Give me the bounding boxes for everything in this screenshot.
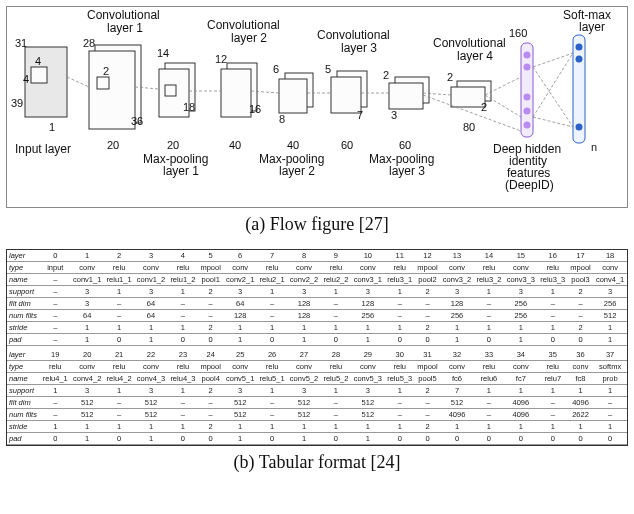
- svg-text:2: 2: [481, 101, 487, 113]
- table-row: filt dim–3–64––64–128–128––128–256––256: [7, 298, 627, 310]
- table-row: pad0101001010100000000: [7, 433, 627, 445]
- svg-text:layer 2: layer 2: [231, 31, 267, 45]
- svg-text:layer 1: layer 1: [163, 164, 199, 178]
- svg-text:39: 39: [11, 97, 23, 109]
- svg-text:layer 3: layer 3: [341, 41, 377, 55]
- svg-text:Convolutional: Convolutional: [207, 18, 280, 32]
- svg-text:Convolutional: Convolutional: [433, 36, 506, 50]
- svg-line-86: [485, 95, 521, 117]
- svg-rect-26: [221, 69, 251, 117]
- svg-rect-54: [451, 87, 485, 107]
- svg-rect-9: [89, 51, 135, 129]
- svg-point-73: [576, 56, 583, 63]
- table-row: stride1111121111112111111: [7, 421, 627, 433]
- table-row: name–conv1_1relu1_1conv1_2relu1_2pool1co…: [7, 274, 627, 286]
- table-row: typereluconvreluconvrelumpoolconvrelucon…: [7, 361, 627, 373]
- table-row: num filts–64–64––128–128–256––256–256––5…: [7, 310, 627, 322]
- svg-text:4: 4: [23, 73, 29, 85]
- table-row: namerelu4_1conv4_2relu4_2conv4_3relu4_3p…: [7, 373, 627, 385]
- svg-point-64: [524, 108, 531, 115]
- svg-point-63: [524, 94, 531, 101]
- svg-rect-33: [279, 79, 307, 113]
- svg-text:Convolutional: Convolutional: [87, 8, 160, 22]
- svg-text:layer: layer: [579, 20, 605, 34]
- svg-line-90: [533, 53, 573, 117]
- svg-rect-1: [31, 67, 47, 83]
- svg-text:4: 4: [35, 55, 41, 67]
- svg-text:layer 1: layer 1: [107, 21, 143, 35]
- table-row: support–313123131312313123: [7, 286, 627, 298]
- table-row: support1313123131312711111: [7, 385, 627, 397]
- svg-text:8: 8: [279, 113, 285, 125]
- caption-a: (a) Flow figure [27]: [4, 214, 630, 235]
- caption-b: (b) Tabular format [24]: [4, 452, 630, 473]
- svg-rect-40: [331, 77, 361, 113]
- table-row: pad–101001010100101001: [7, 334, 627, 346]
- table-row: layer0123456789101112131415161718: [7, 250, 627, 262]
- flow-figure-panel: .d{stroke:#888;stroke-width:0.8;stroke-d…: [6, 6, 628, 208]
- table-row: stride–111121111112111121: [7, 322, 627, 334]
- table-row: typeinputconvreluconvrelumpoolconvreluco…: [7, 262, 627, 274]
- svg-text:layer 4: layer 4: [457, 49, 493, 63]
- table-row: num filts–512–512––512–512–512––4096–409…: [7, 409, 627, 421]
- table-row: layer19202122232425262728293031323334353…: [7, 349, 627, 361]
- svg-text:20: 20: [167, 139, 179, 151]
- svg-rect-19: [165, 85, 176, 96]
- svg-text:3: 3: [391, 109, 397, 121]
- svg-text:1: 1: [49, 121, 55, 133]
- table-panel: layer0123456789101112131415161718typeinp…: [6, 249, 628, 446]
- svg-text:80: 80: [463, 121, 475, 133]
- svg-point-74: [576, 124, 583, 131]
- svg-text:14: 14: [157, 47, 169, 59]
- svg-text:16: 16: [249, 103, 261, 115]
- svg-point-61: [524, 52, 531, 59]
- svg-text:n: n: [591, 141, 597, 153]
- network-diagram: .d{stroke:#888;stroke-width:0.8;stroke-d…: [7, 7, 628, 207]
- architecture-table: layer0123456789101112131415161718typeinp…: [7, 250, 627, 445]
- svg-text:160: 160: [509, 27, 527, 39]
- svg-text:2: 2: [103, 65, 109, 77]
- svg-text:2: 2: [383, 69, 389, 81]
- svg-text:7: 7: [357, 109, 363, 121]
- svg-text:12: 12: [215, 53, 227, 65]
- svg-text:31: 31: [15, 37, 27, 49]
- svg-text:20: 20: [107, 139, 119, 151]
- svg-text:18: 18: [183, 101, 195, 113]
- svg-line-88: [533, 53, 573, 67]
- svg-point-65: [524, 122, 531, 129]
- svg-text:28: 28: [83, 37, 95, 49]
- svg-text:Input layer: Input layer: [15, 142, 71, 156]
- svg-text:6: 6: [273, 63, 279, 75]
- svg-text:layer 3: layer 3: [389, 164, 425, 178]
- table-row: filt dim–512–512––512–512–512––512–4096–…: [7, 397, 627, 409]
- svg-text:40: 40: [287, 139, 299, 151]
- svg-text:5: 5: [325, 63, 331, 75]
- svg-text:36: 36: [131, 115, 143, 127]
- svg-text:40: 40: [229, 139, 241, 151]
- svg-text:2: 2: [447, 71, 453, 83]
- svg-rect-47: [389, 83, 423, 109]
- svg-text:60: 60: [399, 139, 411, 151]
- svg-point-72: [576, 44, 583, 51]
- svg-line-89: [533, 67, 573, 127]
- svg-text:(DeepID): (DeepID): [505, 178, 554, 192]
- svg-text:Convolutional: Convolutional: [317, 28, 390, 42]
- svg-text:60: 60: [341, 139, 353, 151]
- svg-line-78: [67, 77, 89, 87]
- svg-point-62: [524, 64, 531, 71]
- svg-rect-10: [97, 77, 109, 89]
- svg-text:layer 2: layer 2: [279, 164, 315, 178]
